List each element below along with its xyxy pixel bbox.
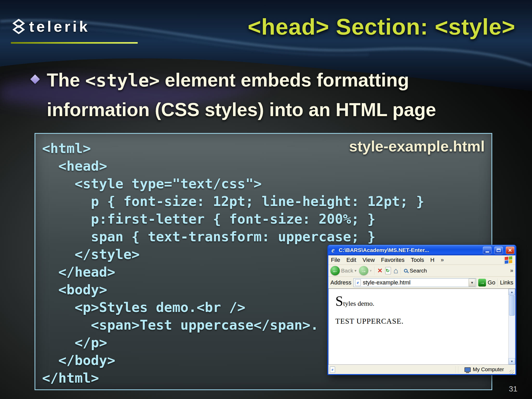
menu-bar: File Edit View Favorites Tools H »: [328, 255, 515, 265]
close-icon: ✕: [508, 248, 512, 253]
links-button[interactable]: Links: [500, 279, 513, 286]
refresh-button[interactable]: [385, 267, 391, 274]
resize-grip[interactable]: [510, 370, 514, 374]
scroll-thumb[interactable]: [509, 295, 515, 316]
my-computer-icon: [464, 367, 471, 372]
ie-logo-icon: e: [329, 247, 337, 254]
bullet-text-code: <style>: [85, 70, 160, 91]
uppercase-paragraph: TEST UPPERCASE.: [335, 317, 504, 325]
menu-overflow-chevron[interactable]: »: [441, 257, 444, 263]
slide-title: <head> Section: <style>: [248, 14, 515, 40]
telerik-logo-text: telerik: [29, 18, 90, 35]
address-dropdown-button[interactable]: [469, 279, 475, 287]
back-button[interactable]: Back: [330, 266, 356, 275]
address-bar: Address e style-example.html Go Links: [328, 277, 515, 289]
search-button[interactable]: Search: [404, 268, 427, 274]
search-icon: [404, 269, 408, 272]
status-separator: [458, 366, 459, 373]
titlebar[interactable]: e C:\BARS\Academy\MS.NET-Enter... ✕: [328, 245, 515, 255]
close-button[interactable]: ✕: [506, 247, 514, 254]
toolbar-separator: [401, 267, 401, 275]
toolbar: Back Search »: [328, 265, 515, 277]
code-line: <html>: [42, 139, 424, 157]
telerik-logo: telerik: [12, 18, 90, 35]
back-dropdown-icon: [355, 268, 357, 273]
menu-file[interactable]: File: [331, 257, 340, 263]
status-text: My Computer: [473, 367, 504, 373]
forward-dropdown-icon: [370, 268, 372, 273]
status-zone: My Computer: [461, 367, 508, 373]
stop-button[interactable]: [377, 267, 383, 274]
address-value: style-example.html: [363, 279, 467, 286]
browser-page-content: Styles demo. TEST UPPERCASE.: [328, 289, 515, 365]
go-button[interactable]: Go: [478, 279, 495, 287]
menu-edit[interactable]: Edit: [346, 257, 356, 263]
forward-icon: [359, 266, 368, 275]
go-label: Go: [488, 279, 495, 286]
status-bar: e My Computer: [328, 365, 515, 374]
addressbar-separator: [497, 278, 498, 287]
scroll-down-icon[interactable]: [509, 358, 515, 364]
minimize-icon: [486, 251, 489, 252]
status-page-icon: e: [330, 367, 335, 373]
toolbar-separator: [374, 267, 375, 275]
maximize-button[interactable]: [494, 247, 503, 254]
status-separator: [456, 366, 456, 373]
code-line: span { text-transform: uppercase; }: [42, 228, 424, 245]
minimize-button[interactable]: [483, 247, 491, 254]
scroll-up-icon[interactable]: [509, 289, 515, 295]
bullet-diamond-icon: [30, 75, 40, 84]
maximize-icon: [497, 249, 501, 252]
scroll-track[interactable]: [509, 316, 515, 358]
code-line: <style type="text/css">: [42, 175, 424, 192]
toolbar-overflow-chevron[interactable]: »: [510, 267, 513, 274]
back-icon: [330, 266, 340, 275]
back-label: Back: [341, 268, 353, 274]
menu-view[interactable]: View: [362, 257, 375, 263]
slide: telerik <head> Section: <style> The <sty…: [0, 0, 532, 399]
page-number: 31: [509, 384, 517, 393]
dropcap-letter: S: [335, 293, 343, 309]
styles-demo-rest: tyles demo.: [343, 300, 374, 307]
address-label: Address: [330, 279, 351, 286]
menu-tools[interactable]: Tools: [411, 257, 424, 263]
search-label: Search: [410, 268, 427, 274]
code-line: p { font-size: 12pt; line-height: 12pt; …: [42, 192, 424, 210]
menu-favorites[interactable]: Favorites: [381, 257, 404, 263]
go-arrow-icon: [478, 279, 486, 287]
vertical-scrollbar[interactable]: [508, 289, 515, 364]
page-icon: e: [355, 279, 361, 286]
address-input[interactable]: e style-example.html: [354, 278, 476, 287]
windows-logo-icon: [504, 256, 513, 264]
rendered-page-text: Styles demo. TEST UPPERCASE.: [329, 289, 515, 325]
menu-help-truncated[interactable]: H: [430, 257, 435, 263]
ie-browser-window: e C:\BARS\Academy\MS.NET-Enter... ✕ File…: [327, 245, 516, 375]
code-line: <head>: [42, 157, 424, 175]
logo-underline: [11, 42, 138, 44]
forward-button[interactable]: [359, 266, 372, 275]
bullet-point: The <style> element embeds formatting in…: [31, 65, 462, 124]
telerik-logo-icon: [12, 19, 25, 34]
window-title: C:\BARS\Academy\MS.NET-Enter...: [339, 247, 480, 253]
bullet-text-pre: The: [47, 70, 85, 90]
home-button[interactable]: [394, 266, 398, 275]
code-line: p:first-letter { font-size: 200%; }: [42, 210, 424, 228]
styles-demo-paragraph: Styles demo.: [335, 293, 504, 309]
